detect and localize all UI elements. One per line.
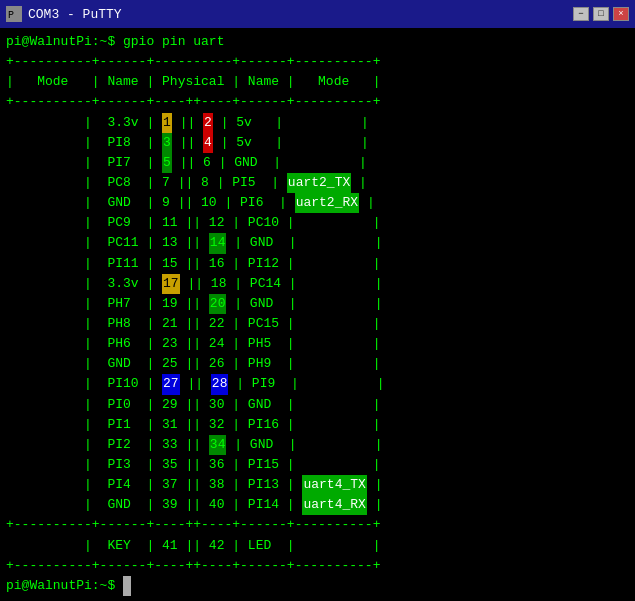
prompt-line: pi@WalnutPi:~$ [6,576,629,596]
prompt1: pi@WalnutPi:~$ gpio pin uart [6,32,224,52]
divider-mid: +----------+------+----++----+------+---… [6,515,629,535]
command-line: pi@WalnutPi:~$ gpio pin uart [6,32,629,52]
window-title: COM3 - PuTTY [28,7,122,22]
title-left: P COM3 - PuTTY [6,6,122,22]
table-row: | PI11 | 15 || 16 | PI12 | | [6,254,629,274]
title-controls[interactable]: − □ × [573,7,629,21]
table-row: | PI4 | 37 || 38 | PI13 | uart4_TX | [6,475,629,495]
close-button[interactable]: × [613,7,629,21]
prompt2: pi@WalnutPi:~$ [6,576,123,596]
table-row: | PH7 | 19 || 20 | GND | | [6,294,629,314]
divider-sub: +----------+------+----++----+------+---… [6,92,629,112]
terminal-area[interactable]: pi@WalnutPi:~$ gpio pin uart +----------… [0,28,635,601]
maximize-button[interactable]: □ [593,7,609,21]
divider-bottom: +----------+------+----++----+------+---… [6,556,629,576]
table-row: | 3.3v | 17 || 18 | PC14 | | [6,274,629,294]
table-row: | GND | 9 || 10 | PI6 | uart2_RX | [6,193,629,213]
app-icon: P [6,6,22,22]
svg-text:P: P [8,10,14,21]
table-row: | PH6 | 23 || 24 | PH5 | | [6,334,629,354]
table-row: | PI3 | 35 || 36 | PI15 | | [6,455,629,475]
table-row: | PC8 | 7 || 8 | PI5 | uart2_TX | [6,173,629,193]
putty-window: P COM3 - PuTTY − □ × pi@WalnutPi:~$ gpio… [0,0,635,601]
table-header: | Mode | Name | Physical | Name | Mode | [6,72,629,92]
table-row: | GND | 25 || 26 | PH9 | | [6,354,629,374]
table-row: | PI8 | 3 || 4 | 5v | | [6,133,629,153]
table-row: | PI2 | 33 || 34 | GND | | [6,435,629,455]
table-row: | PI7 | 5 || 6 | GND | | [6,153,629,173]
divider-top: +----------+------+----------+------+---… [6,52,629,72]
table-row: | PI10 | 27 || 28 | PI9 | | [6,374,629,394]
title-bar: P COM3 - PuTTY − □ × [0,0,635,28]
table-row: | PI0 | 29 || 30 | GND | | [6,395,629,415]
table-row: | PC9 | 11 || 12 | PC10 | | [6,213,629,233]
table-row: | PI1 | 31 || 32 | PI16 | | [6,415,629,435]
footer-row: | KEY | 41 || 42 | LED | | [6,536,629,556]
table-row: | GND | 39 || 40 | PI14 | uart4_RX | [6,495,629,515]
table-row: | PH8 | 21 || 22 | PC15 | | [6,314,629,334]
minimize-button[interactable]: − [573,7,589,21]
table-row: | 3.3v | 1 || 2 | 5v | | [6,113,629,133]
table-row: | PC11 | 13 || 14 | GND | | [6,233,629,253]
